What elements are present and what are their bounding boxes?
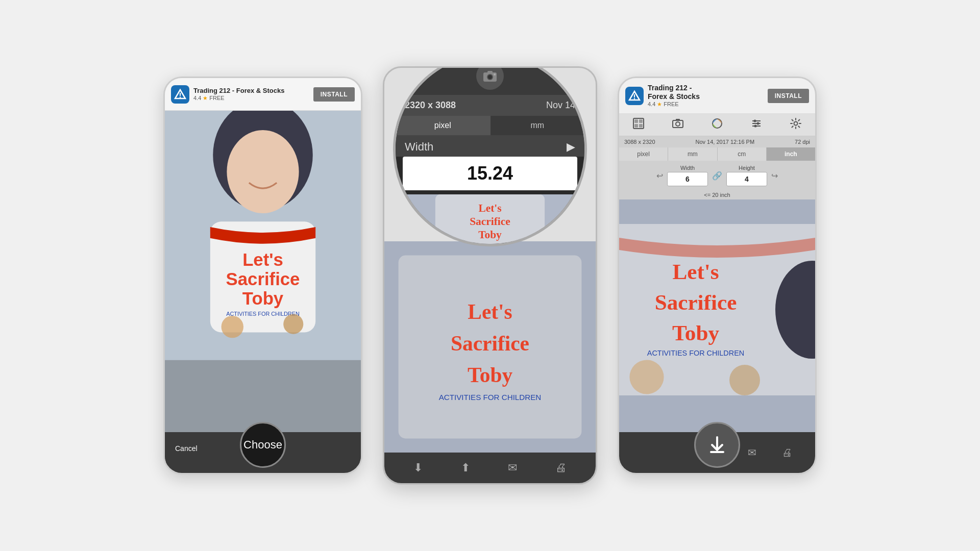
right-app-rating: 4.4 ★ FREE	[648, 101, 700, 108]
zoom-arrow-icon: ▶	[567, 140, 575, 154]
zoom-circle: 2320 x 3088 Nov 14 pixel mm Width ▶ 15.2…	[393, 66, 587, 246]
zoom-units-row: pixel mm	[396, 116, 584, 135]
svg-point-48	[794, 122, 797, 126]
zoom-width-label: Width	[405, 140, 433, 154]
left-app-info: Trading 212 - Forex & Stocks 4.4 ★ FREE	[193, 87, 284, 102]
svg-text:Toby: Toby	[242, 289, 284, 308]
right-install-button[interactable]: INSTALL	[768, 89, 809, 103]
width-value: 6	[685, 175, 690, 183]
undo-icon[interactable]: ↩	[656, 171, 663, 181]
right-mail-icon[interactable]: ✉	[748, 446, 756, 459]
zoom-info-row: 2320 x 3088 Nov 14	[396, 95, 584, 116]
svg-text:Let's: Let's	[242, 250, 283, 269]
share-icon[interactable]: ⬆	[461, 461, 470, 474]
width-label: Width	[680, 165, 695, 171]
camera-icon	[476, 66, 504, 90]
rating-value: 4.4	[193, 95, 201, 101]
svg-text:Sacrifice: Sacrifice	[226, 269, 300, 289]
left-install-button[interactable]: INSTALL	[313, 87, 355, 102]
svg-point-57	[729, 365, 760, 395]
svg-point-5	[227, 130, 299, 213]
dim-max-row: <= 20 inch	[619, 190, 815, 199]
toolbar-gallery-icon[interactable]	[633, 118, 644, 132]
svg-rect-40	[676, 119, 680, 121]
svg-text:ACTIVITIES FOR CHILDREN: ACTIVITIES FOR CHILDREN	[439, 393, 542, 402]
middle-bottom-bar: ⬇ ⬆ ✉ 🖨	[384, 453, 596, 483]
redo-icon[interactable]: ↪	[771, 171, 778, 181]
left-photo-svg: Let's Sacrifice Toby ACTIVITIES FOR CHIL…	[165, 111, 361, 432]
zoom-top-bar	[396, 66, 584, 95]
svg-rect-36	[634, 124, 638, 128]
svg-point-32	[634, 98, 635, 99]
right-app-header: Trading 212 -Forex & Stocks 4.4 ★ FREE I…	[619, 78, 815, 114]
svg-text:Toby: Toby	[468, 363, 513, 387]
right-resolution: 3088 x 2320	[624, 139, 655, 145]
left-app-icon	[171, 85, 189, 104]
right-app-icon	[625, 87, 644, 105]
svg-rect-35	[639, 119, 643, 123]
toolbar-adjust-icon[interactable]	[751, 118, 762, 132]
toolbar-camera-icon[interactable]	[672, 118, 683, 132]
download-button[interactable]	[694, 422, 740, 468]
zoom-photo-preview: Let's Sacrifice Toby	[396, 194, 584, 244]
right-app-title: Trading 212 -Forex & Stocks	[648, 84, 700, 101]
svg-point-12	[283, 314, 303, 334]
svg-point-47	[754, 125, 756, 128]
svg-point-18	[494, 73, 496, 76]
svg-point-46	[756, 122, 759, 125]
right-bottom-area: ⬆ ✉ 🖨	[619, 432, 815, 473]
svg-text:Let's: Let's	[468, 300, 512, 323]
unit-pixel[interactable]: pixel	[396, 116, 491, 135]
phone-right: Trading 212 -Forex & Stocks 4.4 ★ FREE I…	[618, 77, 817, 474]
phone-middle: 2320 x 3088 Nov 14 pixel mm Width ▶ 15.2…	[383, 66, 597, 485]
right-header-left: Trading 212 -Forex & Stocks 4.4 ★ FREE	[625, 84, 700, 108]
svg-text:Toby: Toby	[478, 229, 502, 241]
download-svg	[707, 435, 727, 455]
svg-text:Sacrifice: Sacrifice	[470, 215, 510, 228]
toolbar-settings-icon[interactable]	[790, 118, 801, 132]
link-icon[interactable]: 🔗	[712, 171, 722, 181]
width-input[interactable]: 6	[667, 172, 708, 186]
svg-text:Sacrifice: Sacrifice	[451, 332, 529, 355]
download-icon[interactable]: ⬇	[413, 461, 423, 474]
width-col: Width 6	[667, 165, 708, 186]
price-value: FREE	[209, 95, 224, 101]
unit-mm-right[interactable]: mm	[668, 147, 717, 161]
height-input[interactable]: 4	[726, 172, 767, 186]
main-container: Trading 212 - Forex & Stocks 4.4 ★ FREE …	[0, 0, 980, 551]
height-col: Height 4	[726, 165, 767, 186]
right-toolbar	[619, 114, 815, 136]
zoom-value: 15.24	[467, 163, 513, 184]
svg-rect-34	[634, 119, 638, 123]
zoom-circle-inner: 2320 x 3088 Nov 14 pixel mm Width ▶ 15.2…	[396, 66, 584, 244]
svg-point-2	[180, 96, 181, 97]
svg-text:Let's: Let's	[672, 260, 719, 284]
right-dimensions: ↩ Width 6 🔗 Height 4 ↪	[619, 161, 815, 190]
svg-text:Sacrifice: Sacrifice	[655, 290, 737, 314]
right-rating-value: 4.4	[648, 101, 655, 107]
dim-max-label: <= 20 inch	[704, 192, 730, 198]
svg-text:ACTIVITIES FOR CHILDREN: ACTIVITIES FOR CHILDREN	[647, 349, 744, 357]
unit-pixel-right[interactable]: pixel	[619, 147, 668, 161]
svg-rect-17	[487, 71, 493, 73]
unit-cm-right[interactable]: cm	[718, 147, 767, 161]
print-icon[interactable]: 🖨	[555, 461, 567, 474]
right-print-icon[interactable]: 🖨	[782, 447, 792, 459]
right-price-value: FREE	[664, 101, 678, 107]
zoom-width-row: Width ▶	[396, 135, 584, 157]
choose-label: Choose	[243, 438, 282, 452]
right-units-bar: pixel mm cm inch	[619, 147, 815, 161]
left-photo-bg: Let's Sacrifice Toby ACTIVITIES FOR CHIL…	[165, 111, 361, 432]
cancel-button[interactable]: Cancel	[175, 444, 198, 453]
right-app-info: Trading 212 -Forex & Stocks 4.4 ★ FREE	[648, 84, 700, 108]
right-star-icon: ★	[657, 101, 662, 108]
mail-icon[interactable]: ✉	[508, 461, 517, 474]
left-app-title: Trading 212 - Forex & Stocks	[193, 87, 284, 95]
unit-inch-right[interactable]: inch	[767, 147, 815, 161]
toolbar-color-icon[interactable]	[712, 118, 723, 132]
right-photo-area: Let's Sacrifice Toby ACTIVITIES FOR CHIL…	[619, 199, 815, 432]
choose-button[interactable]: Choose	[240, 422, 286, 468]
camera-svg	[482, 68, 498, 84]
right-dpi: 72 dpi	[795, 139, 810, 145]
unit-mm[interactable]: mm	[491, 116, 585, 135]
